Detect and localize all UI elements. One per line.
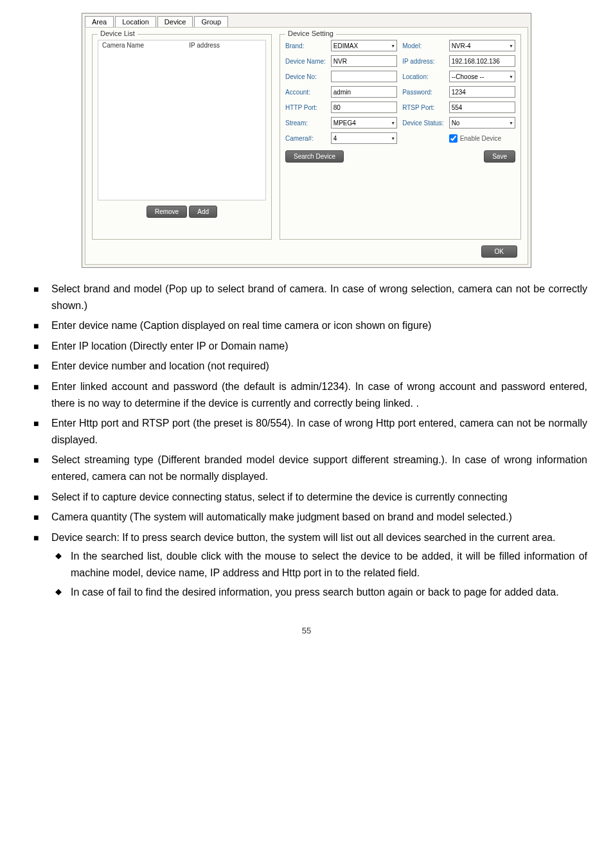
add-button[interactable]: Add — [189, 206, 217, 218]
device-setting-legend: Device Setting — [285, 30, 336, 37]
devno-input[interactable] — [331, 71, 397, 82]
ok-button[interactable]: OK — [481, 245, 517, 258]
account-label: Account: — [285, 89, 326, 96]
tab-area[interactable]: Area — [85, 16, 114, 27]
camera-select[interactable] — [331, 132, 397, 144]
location-label: Location: — [402, 73, 443, 80]
bullet-item: Camera quantity (The system will automat… — [51, 509, 587, 526]
rtspport-input[interactable] — [449, 102, 515, 113]
bullet-item: Select streaming type (Different branded… — [51, 452, 587, 484]
tab-group[interactable]: Group — [194, 16, 228, 27]
tab-device[interactable]: Device — [157, 16, 193, 27]
sub-bullet-item: In the searched list, double click with … — [71, 548, 587, 581]
brand-select[interactable] — [331, 40, 397, 51]
password-label: Password: — [402, 89, 443, 96]
devstatus-label: Device Status: — [402, 120, 443, 127]
col-ip-address: IP address — [189, 42, 262, 49]
col-camera-name: Camera Name — [102, 42, 189, 49]
ipaddr-input[interactable] — [449, 55, 515, 67]
devstatus-select[interactable] — [449, 117, 515, 128]
account-input[interactable] — [331, 86, 397, 98]
enable-device-label: Enable Device — [460, 135, 501, 142]
bullet-item: Select if to capture device connecting s… — [51, 489, 587, 506]
tab-location[interactable]: Location — [115, 16, 156, 27]
bullet-item: Enter device number and location (not re… — [51, 358, 587, 375]
save-button[interactable]: Save — [484, 150, 515, 163]
sub-bullet-item: In case of fail to find the desired info… — [71, 584, 587, 601]
model-select[interactable] — [449, 40, 515, 51]
httpport-input[interactable] — [331, 102, 397, 113]
devno-label: Device No: — [285, 73, 326, 80]
bullet-item: Device search: If to press search device… — [51, 529, 587, 600]
ipaddr-label: IP address: — [402, 58, 443, 65]
page-number: 55 — [26, 626, 587, 635]
httpport-label: HTTP Port: — [285, 104, 326, 111]
enable-device-checkbox[interactable] — [449, 134, 458, 143]
instruction-text: Select brand and model (Pop up to select… — [26, 281, 587, 600]
location-select[interactable] — [449, 71, 515, 82]
remove-button[interactable]: Remove — [147, 206, 187, 218]
stream-label: Stream: — [285, 120, 326, 127]
device-list-legend: Device List — [98, 30, 138, 37]
camera-label: Camera#: — [285, 135, 326, 142]
brand-label: Brand: — [285, 42, 326, 49]
dialog-screenshot: Area Location Device Group Device List C… — [82, 13, 531, 268]
stream-select[interactable] — [331, 117, 397, 128]
bullet-item: Enter IP location (Directly enter IP or … — [51, 338, 587, 355]
model-label: Model: — [402, 42, 443, 49]
rtspport-label: RTSP Port: — [402, 104, 443, 111]
device-setting-fieldset: Device Setting Brand: Model: Device Name… — [280, 34, 521, 240]
devname-label: Device Name: — [285, 58, 326, 65]
devname-input[interactable] — [331, 55, 397, 67]
search-device-button[interactable]: Search Device — [285, 150, 344, 163]
bullet-item: Enter linked account and password (the d… — [51, 378, 587, 411]
bullet-item: Enter device name (Caption displayed on … — [51, 317, 587, 334]
password-input[interactable] — [449, 86, 515, 98]
bullet-item: Select brand and model (Pop up to select… — [51, 281, 587, 314]
device-list-fieldset: Device List Camera Name IP address Remov… — [92, 34, 272, 240]
device-list-box[interactable]: Camera Name IP address — [98, 40, 266, 200]
bullet-item: Enter Http port and RTSP port (the prese… — [51, 415, 587, 448]
